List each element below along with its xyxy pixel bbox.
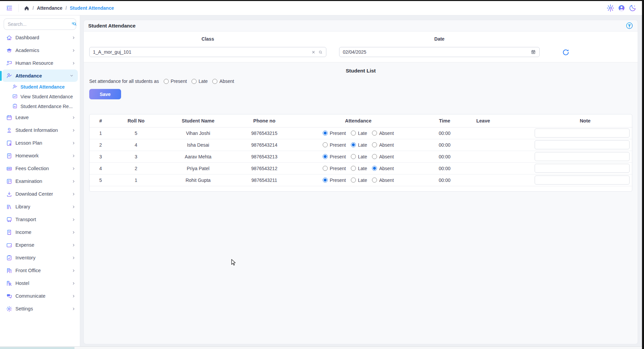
home-icon[interactable] [24,5,30,11]
attendance-late-option[interactable]: Late [351,166,367,171]
radio-label: Late [358,166,367,171]
attendance-present-radio[interactable] [323,178,328,183]
filter-button[interactable] [626,22,633,30]
sidebar-subitem-view-student-attendance[interactable]: View Student Attendance [0,92,80,101]
attendance-late-option[interactable]: Late [351,154,367,159]
radio-label: Present [330,178,346,183]
attendance-present-radio[interactable] [323,166,328,171]
student-attendance-card: Student Attendance Class 1_A_mor_guj_101… [84,20,638,344]
note-input[interactable] [535,129,630,138]
sidebar-item-transport[interactable]: Transport [0,213,80,226]
attendance-present-option[interactable]: Present [323,154,346,159]
attendance-late-radio[interactable] [351,154,356,159]
refresh-button[interactable] [562,48,570,56]
attendance-late-option[interactable]: Late [351,178,367,183]
sidebar-item-student-information[interactable]: Student Information [0,124,80,137]
sidebar-subitem-label: Student Attendance Re... [20,104,73,109]
home-icon [6,35,12,41]
cell-note [501,151,633,162]
search-input[interactable] [8,21,68,27]
attendance-present-option[interactable]: Present [323,178,346,183]
sidebar-item-expense[interactable]: Expense [0,239,80,251]
topbar-actions [606,4,637,12]
attendance-present-radio[interactable] [323,142,328,147]
cell-note [501,174,633,186]
sidebar-item-leave[interactable]: Leave [0,111,80,124]
sidebar-item-label: Hostel [15,281,29,286]
attendance-absent-radio[interactable] [372,178,377,183]
attendance-late-option[interactable]: Late [351,142,367,148]
sidebar-item-hostel[interactable]: Hostel [0,277,80,290]
set-all-absent-option[interactable]: Absent [212,79,234,84]
sidebar-item-communicate[interactable]: Communicate [0,290,80,302]
class-select[interactable]: 1_A_mor_guj_101 [89,47,326,57]
cell-sr: 4 [90,162,112,174]
set-all-late-radio[interactable] [192,79,197,84]
attendance-present-option[interactable]: Present [323,166,346,171]
set-all-absent-radio[interactable] [212,79,217,84]
attendance-present-option[interactable]: Present [323,142,346,148]
scrollbar-thumb[interactable] [0,347,74,349]
set-all-late-option[interactable]: Late [192,79,208,84]
student-attendance-table: #Roll NoStudent NamePhone noAttendanceTi… [89,114,632,192]
attendance-absent-option[interactable]: Absent [372,131,394,136]
attendance-absent-radio[interactable] [372,131,377,136]
note-input[interactable] [535,140,630,149]
attendance-late-radio[interactable] [351,142,356,147]
sidebar-item-inventory[interactable]: Inventory [0,251,80,264]
sidebar-item-human-resource[interactable]: Human Resource [0,57,80,69]
clear-selection-icon[interactable] [311,50,316,54]
save-button[interactable]: Save [89,89,121,99]
date-input[interactable] [343,49,531,55]
sidebar-item-academics[interactable]: Academics [0,44,80,57]
sidebar-subitem-student-attendance-re[interactable]: Student Attendance Re... [0,101,80,111]
sidebar-item-library[interactable]: Library [0,200,80,213]
sidebar-item-attendance[interactable]: Attendance [2,69,78,82]
attendance-late-radio[interactable] [351,131,356,136]
set-all-present-option[interactable]: Present [164,79,187,84]
breadcrumb-page[interactable]: Student Attendance [70,5,114,11]
attendance-late-option[interactable]: Late [351,131,367,136]
profile-button[interactable] [618,4,626,12]
note-input[interactable] [535,164,630,173]
gear-icon [6,306,12,312]
note-input[interactable] [535,176,630,185]
library-books-icon [6,204,12,210]
sidebar-item-examination[interactable]: Examination [0,175,80,188]
attendance-late-radio[interactable] [351,166,356,171]
attendance-absent-radio[interactable] [372,154,377,159]
attendance-absent-option[interactable]: Absent [372,154,394,159]
cell-roll-no: 3 [112,151,160,162]
dark-mode-button[interactable] [629,4,637,12]
sidebar-item-label: Income [15,230,32,235]
attendance-absent-radio[interactable] [372,142,377,147]
breadcrumb-section[interactable]: Attendance [37,5,62,11]
sidebar-item-lesson-plan[interactable]: Lesson Plan [0,137,80,149]
sidebar-item-dashboard[interactable]: Dashboard [0,31,80,44]
sidebar-item-homework[interactable]: Homework [0,149,80,162]
sidebar-toggle-button[interactable] [5,4,13,12]
set-all-present-radio[interactable] [164,79,169,84]
sidebar-item-front-office[interactable]: Front Office [0,264,80,277]
attendance-present-option[interactable]: Present [323,131,346,136]
cell-note [501,139,633,151]
sidebar-item-fees-collection[interactable]: Fees Collection [0,162,80,175]
attendance-absent-option[interactable]: Absent [372,166,394,171]
attendance-late-radio[interactable] [351,178,356,183]
calendar-icon[interactable] [531,49,536,55]
sidebar-subitem-student-attendance[interactable]: Student Attendance [0,82,80,92]
attendance-absent-option[interactable]: Absent [372,142,394,148]
settings-button[interactable] [606,4,614,12]
attendance-present-radio[interactable] [323,131,328,136]
attendance-absent-radio[interactable] [372,166,377,171]
note-input[interactable] [535,152,630,161]
col-header-note: Note [501,114,633,127]
attendance-present-radio[interactable] [323,154,328,159]
sidebar-item-download-center[interactable]: Download Center [0,188,80,200]
sidebar-item-income[interactable]: Income [0,226,80,239]
attendance-absent-option[interactable]: Absent [372,178,394,183]
sidebar-item-settings[interactable]: Settings [0,302,80,315]
cell-leave [466,162,501,174]
fees-cash-icon [6,165,12,172]
search-icon[interactable] [71,21,77,27]
